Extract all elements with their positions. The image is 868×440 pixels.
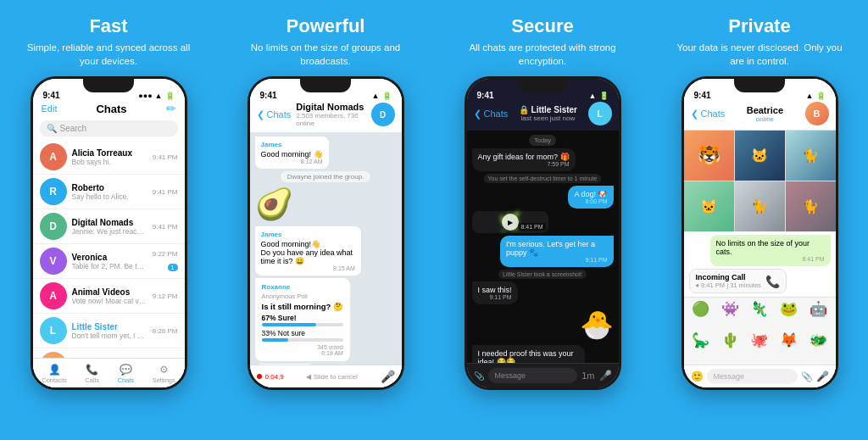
phone-private-screen: 9:41 ▲🔋 ❮ Chats Beatrice online B 🐯 🐱 🐈 … [684, 79, 836, 387]
nav-settings-label: Settings [153, 376, 175, 384]
poll-title: Is it still morning? 🤔 [262, 302, 343, 311]
msg-time-2: 8:15 AM [261, 265, 355, 271]
secure-contact-name: 🔒 Little Sister [512, 105, 583, 114]
timer-icon[interactable]: 1m [581, 370, 594, 381]
poll-time: 8:18 AM [262, 350, 343, 356]
sticker-6[interactable]: 🦕 [687, 331, 715, 362]
emoji-button[interactable]: 🙂 [691, 370, 704, 382]
nav-contacts-label: Contacts [42, 376, 67, 384]
avatar-nomads: D [40, 213, 67, 240]
compose-icon[interactable]: ✏ [166, 102, 176, 115]
msg-no-limits-time: 8:41 PM [716, 256, 825, 262]
chat-time-veronica: 9:22 PM [153, 250, 178, 258]
nav-contacts[interactable]: 👤 Contacts [42, 364, 67, 384]
status-time-4: 9:41 [694, 91, 711, 100]
chat-item-alicia[interactable]: A Alicia Torreaux Bob says hi. 9:41 PM [33, 140, 185, 175]
panel-powerful-subtitle: No limits on the size of groups and broa… [241, 41, 410, 68]
record-dot [257, 374, 262, 379]
status-icons-4: ▲🔋 [806, 92, 826, 100]
mic-icon-private[interactable]: 🎤 [816, 370, 829, 382]
attach-icon-secure[interactable]: 📎 [474, 371, 484, 381]
panel-secure-title: Secure [511, 15, 573, 37]
phone-call-icon[interactable]: 📞 [765, 275, 780, 288]
nav-chats[interactable]: 💬 Chats [118, 364, 135, 384]
poll-sender: Roxanne [262, 283, 343, 291]
sticker-10[interactable]: 🐲 [804, 331, 833, 362]
secure-contact-avatar: L [588, 102, 612, 125]
chat-content-animals: Animal Videos Vote now! Moar cat videos.… [72, 287, 147, 305]
chat-time-sister: 8:28 PM [153, 327, 178, 335]
poll-option-2: 33% Not sure [262, 329, 343, 342]
chat-item-nomads[interactable]: D Digital Nomads Jennie: We just reached… [33, 209, 185, 244]
phone-private: 9:41 ▲🔋 ❮ Chats Beatrice online B 🐯 🐱 🐈 … [682, 76, 838, 390]
nav-settings[interactable]: ⚙ Settings [153, 364, 175, 384]
chat-preview-alicia: Bob says hi. [72, 158, 147, 166]
sticker-2[interactable]: 👾 [715, 300, 744, 331]
search-icon: 🔍 [47, 124, 57, 133]
status-time-2: 9:41 [260, 91, 277, 100]
nav-calls[interactable]: 📞 Calls [85, 364, 99, 384]
chat-preview-roberto: Say hello to Alice. [72, 192, 147, 201]
video-play-btn[interactable]: ▶ [502, 214, 519, 231]
nav-chats-label: Chats [118, 376, 135, 384]
msg-proof: I needed proof this was your idea! 😂😂 9:… [472, 345, 586, 363]
status-icons-1: ●●● ▲ 🔋 [138, 92, 174, 100]
avatar-alicia: A [40, 143, 67, 170]
chat-item-veronica[interactable]: V Veronica Table for 2, PM. Be there. 9:… [33, 244, 185, 279]
panel-fast: Fast Simple, reliable and synced across … [0, 0, 217, 440]
panel-fast-subtitle: Simple, reliable and synced across all y… [24, 41, 193, 68]
panel-powerful-title: Powerful [287, 15, 365, 37]
chat-item-sister[interactable]: L Little Sister Don't tell mom yet, I go… [33, 314, 185, 348]
private-chat-header: ❮ Chats Beatrice online B [684, 102, 836, 131]
chat-item-roberto[interactable]: R Roberto Say hello to Alice. 9:41 PM [33, 175, 185, 209]
sticker-8[interactable]: 🐙 [745, 331, 774, 362]
chat-item-animals[interactable]: A Animal Videos Vote now! Moar cat video… [33, 279, 185, 314]
edit-button[interactable]: Edit [42, 103, 58, 114]
chat-name-veronica: Veronica [72, 253, 147, 262]
screenshot-system: Little Sister took a screenshot! [498, 270, 587, 279]
search-placeholder: Search [60, 124, 87, 133]
chat-content-alicia: Alicia Torreaux Bob says hi. [72, 148, 147, 166]
attachment-icon[interactable]: 📎 [801, 371, 813, 382]
system-join: Dwayne joined the group. [281, 171, 371, 182]
secure-contact-info: 🔒 Little Sister last seen just now [512, 105, 583, 122]
mic-icon[interactable]: 🎤 [381, 370, 395, 383]
mic-icon-secure[interactable]: 🎤 [599, 370, 612, 382]
status-icons-2: ▲🔋 [372, 92, 392, 100]
avatar-animals: A [40, 282, 67, 309]
sticker-9[interactable]: 🦊 [775, 331, 804, 362]
group-name: Digital Nomads [296, 102, 365, 112]
private-input-field[interactable]: Message [707, 369, 798, 384]
sender-james-2: James [261, 231, 355, 238]
voice-input-bar: 0:04,9 ◀ Slide to cancel 🎤 [250, 365, 402, 387]
calls-icon: 📞 [86, 364, 98, 376]
photo-grid: 🐯 🐱 🐈 🐱 🐈 🐈 [684, 131, 836, 231]
msg-saw: I saw this! 9:11 PM [472, 281, 518, 304]
phone-notch-2 [300, 79, 351, 92]
system-timer: You set the self-destruct timer to 1 min… [484, 174, 602, 183]
photo-cat1: 🐱 [735, 131, 785, 181]
sticker-1[interactable]: 🟢 [687, 300, 715, 331]
search-bar[interactable]: 🔍 Search [40, 120, 178, 136]
private-contact-avatar: B [805, 102, 829, 125]
private-messages-area: No limits on the size of your cats. 8:41… [684, 231, 836, 297]
sticker-5[interactable]: 🤖 [804, 300, 833, 331]
back-button-2[interactable]: ❮ Chats [257, 109, 292, 120]
chat-name-alicia: Alicia Torreaux [72, 148, 147, 158]
sticker-4[interactable]: 🐸 [775, 300, 804, 331]
nav-calls-label: Calls [85, 376, 99, 384]
back-button-4[interactable]: ❮ Chats [691, 109, 726, 120]
msg-james-morning: James Good morning! 👋 8:12 AM [255, 136, 329, 169]
chat-preview-sister: Don't tell mom yet, I got the job! [72, 331, 147, 340]
chat-time-nomads: 9:41 PM [153, 223, 178, 231]
sticker-7[interactable]: 🌵 [715, 331, 744, 362]
slide-cancel-text: ◀ Slide to cancel [287, 373, 377, 381]
secure-input-field[interactable]: Message [488, 368, 578, 383]
photo-cat4: 🐈 [735, 181, 785, 231]
back-button-3[interactable]: ❮ Chats [474, 109, 509, 120]
group-messages-area: James Good morning! 👋 8:12 AM Dwayne joi… [250, 132, 402, 365]
sticker-panel: 🟢 👾 🦎 🐸 🤖 🦕 🌵 🐙 🦊 🐲 [684, 297, 836, 365]
status-time-1: 9:41 [43, 91, 60, 100]
sticker-3[interactable]: 🦎 [745, 300, 774, 331]
status-icons-3: ▲🔋 [589, 92, 609, 100]
